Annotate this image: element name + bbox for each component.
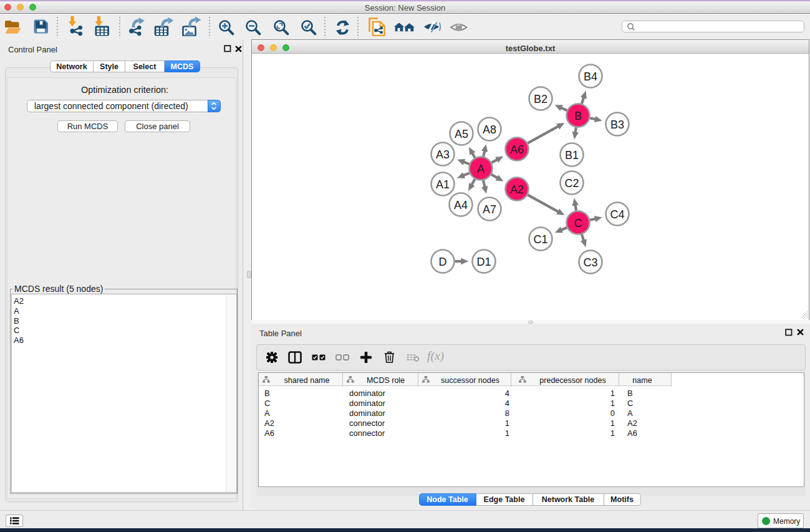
svg-text:D1: D1 [476, 255, 491, 268]
svg-text:C1: C1 [533, 233, 547, 245]
svg-text:B4: B4 [584, 70, 597, 82]
svg-text:C4: C4 [610, 208, 624, 220]
svg-text:B3: B3 [610, 118, 624, 130]
svg-text:B1: B1 [565, 148, 579, 161]
svg-text:D: D [439, 255, 447, 268]
svg-text:A7: A7 [483, 203, 496, 215]
svg-text:A6: A6 [510, 143, 524, 155]
svg-text:A3: A3 [436, 148, 450, 160]
svg-text:A8: A8 [483, 123, 496, 135]
svg-text:C2: C2 [564, 177, 579, 189]
svg-text:C: C [574, 216, 582, 229]
svg-text:A1: A1 [436, 178, 450, 190]
svg-text:A5: A5 [455, 127, 468, 140]
svg-text:B2: B2 [534, 92, 547, 105]
svg-text:B: B [574, 109, 582, 122]
svg-text:A: A [477, 162, 485, 175]
svg-text:A2: A2 [510, 183, 524, 195]
svg-text:C3: C3 [583, 256, 597, 268]
svg-text:A4: A4 [454, 198, 468, 211]
